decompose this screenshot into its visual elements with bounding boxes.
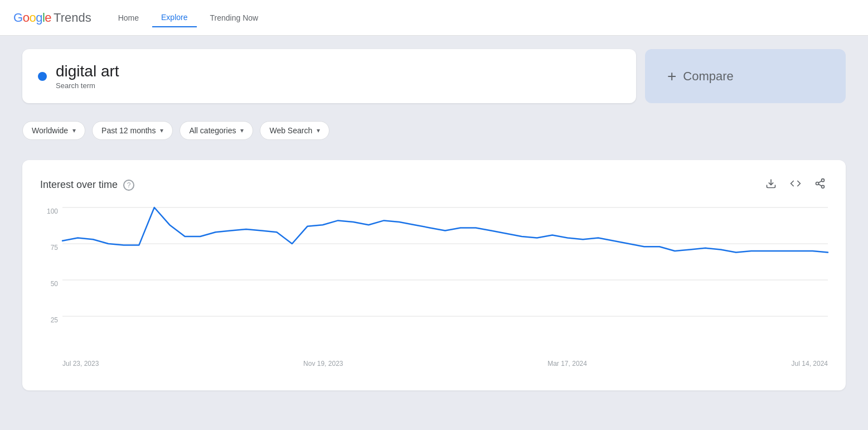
chart-svg — [62, 207, 828, 352]
compare-card[interactable]: + Compare — [645, 49, 846, 103]
chart-actions — [763, 176, 828, 194]
svg-point-1 — [816, 182, 819, 185]
logo-o1: o — [23, 11, 30, 25]
chart-help-icon[interactable]: ? — [123, 180, 134, 191]
filter-search-type-label: Web Search — [269, 126, 312, 135]
share-button[interactable] — [812, 176, 828, 194]
svg-line-3 — [818, 184, 822, 186]
search-term-type: Search term — [56, 81, 620, 90]
chart-title: Interest over time — [40, 179, 118, 191]
x-label-1: Jul 23, 2023 — [62, 360, 99, 368]
chart-inner — [62, 207, 828, 352]
main-nav: Home Explore Trending Now — [109, 8, 267, 27]
chart-card: Interest over time ? — [22, 160, 846, 390]
logo[interactable]: Google Trends — [13, 11, 91, 25]
filters-bar: Worldwide ▾ Past 12 months ▾ All categor… — [22, 114, 846, 147]
logo-o2: o — [29, 11, 36, 25]
filter-category[interactable]: All categories ▾ — [180, 121, 253, 140]
y-label-50: 50 — [40, 280, 62, 288]
svg-point-2 — [822, 185, 825, 188]
logo-g: G — [13, 11, 23, 25]
header: Google Trends Home Explore Trending Now — [0, 0, 868, 36]
compare-label: Compare — [683, 69, 733, 84]
logo-e: e — [45, 11, 51, 25]
svg-point-0 — [822, 179, 825, 182]
compare-plus-icon: + — [667, 67, 676, 85]
filter-geo-label: Worldwide — [32, 126, 68, 135]
x-label-4: Jul 14, 2024 — [792, 360, 828, 368]
x-label-2: Nov 19, 2023 — [303, 360, 343, 368]
search-term-text: digital art Search term — [56, 62, 620, 90]
chart-title-area: Interest over time ? — [40, 179, 134, 191]
svg-line-4 — [818, 181, 822, 182]
chart-container: 100 75 50 25 Jul 23, 2023 Nov 19, 2023 M… — [40, 207, 828, 375]
main-content: digital art Search term + Compare Worldw… — [0, 36, 868, 404]
filter-time-label: Past 12 months — [101, 126, 156, 135]
embed-button[interactable] — [788, 176, 803, 194]
filter-time-chevron: ▾ — [160, 127, 163, 134]
search-area: digital art Search term + Compare — [22, 49, 846, 103]
chart-help-text: ? — [127, 181, 131, 189]
search-term-dot — [38, 72, 47, 81]
search-term-card[interactable]: digital art Search term — [22, 49, 636, 103]
filter-search-type[interactable]: Web Search ▾ — [260, 121, 329, 140]
logo-g2: g — [36, 11, 42, 25]
y-axis: 100 75 50 25 — [40, 207, 62, 352]
y-label-75: 75 — [40, 244, 62, 252]
nav-trending-now[interactable]: Trending Now — [201, 9, 268, 27]
y-label-100: 100 — [40, 207, 62, 215]
x-label-3: Mar 17, 2024 — [547, 360, 587, 368]
filter-category-label: All categories — [189, 126, 236, 135]
nav-explore[interactable]: Explore — [152, 8, 196, 27]
filter-category-chevron: ▾ — [240, 127, 244, 134]
filter-geo[interactable]: Worldwide ▾ — [22, 121, 85, 140]
x-axis: Jul 23, 2023 Nov 19, 2023 Mar 17, 2024 J… — [62, 352, 828, 375]
search-term-name: digital art — [56, 62, 620, 80]
logo-trends: Trends — [54, 11, 91, 25]
y-label-25: 25 — [40, 316, 62, 324]
filter-time[interactable]: Past 12 months ▾ — [92, 121, 173, 140]
download-button[interactable] — [763, 176, 779, 194]
filter-search-type-chevron: ▾ — [317, 127, 320, 134]
chart-header: Interest over time ? — [40, 176, 828, 194]
filter-geo-chevron: ▾ — [72, 127, 76, 134]
nav-home[interactable]: Home — [109, 9, 148, 27]
